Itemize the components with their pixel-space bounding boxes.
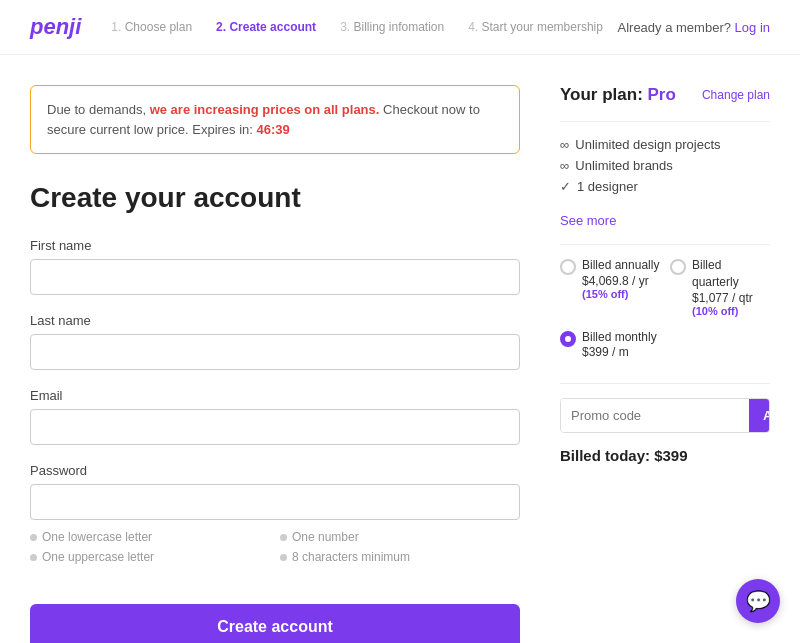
header: penji 1. Choose plan 2. Create account 3…: [0, 0, 800, 55]
already-member: Already a member? Log in: [618, 20, 771, 35]
radio-monthly[interactable]: [560, 331, 576, 347]
plan-header: Your plan: Pro Change plan: [560, 85, 770, 105]
first-name-label: First name: [30, 238, 520, 253]
password-input[interactable]: [30, 484, 520, 520]
hint-dot-uppercase: [30, 554, 37, 561]
hint-lowercase: One lowercase letter: [30, 530, 270, 544]
left-column: Due to demands, we are increasing prices…: [30, 85, 520, 643]
step-choose-plan: 1. Choose plan: [111, 20, 192, 34]
step-create-account: 2. Create account: [216, 20, 316, 34]
hint-dot-characters: [280, 554, 287, 561]
chat-icon: 💬: [746, 589, 771, 613]
chat-button[interactable]: 💬: [736, 579, 780, 623]
check-icon: ✓: [560, 179, 571, 194]
step-billing-info: 3. Billing infomation: [340, 20, 444, 34]
alert-box: Due to demands, we are increasing prices…: [30, 85, 520, 154]
feature-unlimited-brands: ∞ Unlimited brands: [560, 155, 770, 176]
billing-annually-discount: (15% off): [582, 288, 659, 300]
password-group: Password One lowercase letter One number…: [30, 463, 520, 564]
email-group: Email: [30, 388, 520, 445]
alert-expires-label: Expires in:: [192, 122, 253, 137]
infinity-icon-1: ∞: [560, 137, 569, 152]
change-plan-link[interactable]: Change plan: [702, 88, 770, 102]
billing-monthly[interactable]: Billed monthly $399 / m: [560, 329, 770, 360]
billing-annually[interactable]: Billed annually $4,069.8 / yr (15% off): [560, 257, 660, 317]
promo-divider: [560, 383, 770, 384]
plan-features: ∞ Unlimited design projects ∞ Unlimited …: [560, 134, 770, 197]
promo-input[interactable]: [561, 399, 749, 432]
apply-button[interactable]: Apply: [749, 399, 770, 432]
create-account-button[interactable]: Create account: [30, 604, 520, 643]
hint-dot-number: [280, 534, 287, 541]
page-title: Create your account: [30, 182, 520, 214]
plan-title: Your plan: Pro: [560, 85, 676, 105]
billing-options: Billed annually $4,069.8 / yr (15% off) …: [560, 257, 770, 371]
billed-today: Billed today: $399: [560, 447, 770, 464]
first-name-input[interactable]: [30, 259, 520, 295]
password-label: Password: [30, 463, 520, 478]
logo: penji: [30, 14, 81, 40]
promo-section: Apply: [560, 398, 770, 433]
billing-row-2: Billed monthly $399 / m: [560, 329, 770, 360]
alert-highlight: we are increasing prices on all plans.: [150, 102, 380, 117]
first-name-group: First name: [30, 238, 520, 295]
password-hints: One lowercase letter One number One uppe…: [30, 530, 520, 564]
steps-nav: 1. Choose plan 2. Create account 3. Bill…: [111, 20, 617, 34]
right-column: Your plan: Pro Change plan ∞ Unlimited d…: [560, 85, 770, 643]
last-name-group: Last name: [30, 313, 520, 370]
billing-quarterly-amount: $1,077 / qtr: [692, 291, 770, 305]
billing-monthly-label: Billed monthly: [582, 329, 657, 346]
feature-unlimited-projects: ∞ Unlimited design projects: [560, 134, 770, 155]
last-name-input[interactable]: [30, 334, 520, 370]
infinity-icon-2: ∞: [560, 158, 569, 173]
hint-characters: 8 characters minimum: [280, 550, 520, 564]
main-content: Due to demands, we are increasing prices…: [0, 55, 800, 643]
radio-annually[interactable]: [560, 259, 576, 275]
step-start-membership: 4. Start your membership: [468, 20, 603, 34]
email-input[interactable]: [30, 409, 520, 445]
billing-row-1: Billed annually $4,069.8 / yr (15% off) …: [560, 257, 770, 317]
plan-divider: [560, 121, 770, 122]
hint-dot-lowercase: [30, 534, 37, 541]
billing-divider: [560, 244, 770, 245]
alert-prefix: Due to demands,: [47, 102, 146, 117]
billing-quarterly[interactable]: Billed quarterly $1,077 / qtr (10% off): [670, 257, 770, 317]
billing-quarterly-label: Billed quarterly: [692, 257, 770, 291]
billing-annually-amount: $4,069.8 / yr: [582, 274, 659, 288]
hint-uppercase: One uppercase letter: [30, 550, 270, 564]
billing-annually-label: Billed annually: [582, 257, 659, 274]
billing-quarterly-discount: (10% off): [692, 305, 770, 317]
last-name-label: Last name: [30, 313, 520, 328]
see-more-link[interactable]: See more: [560, 213, 770, 228]
billing-monthly-amount: $399 / m: [582, 345, 657, 359]
alert-timer: 46:39: [257, 122, 290, 137]
radio-quarterly[interactable]: [670, 259, 686, 275]
log-in-link[interactable]: Log in: [735, 20, 770, 35]
plan-name: Pro: [648, 85, 676, 104]
feature-designer: ✓ 1 designer: [560, 176, 770, 197]
email-label: Email: [30, 388, 520, 403]
hint-number: One number: [280, 530, 520, 544]
